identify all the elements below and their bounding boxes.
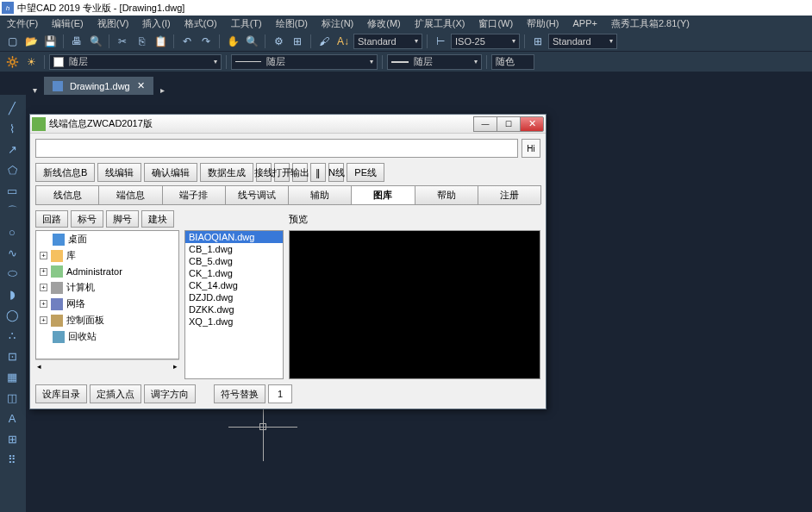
file-item[interactable]: CK_1.dwg: [185, 267, 283, 279]
donut-icon[interactable]: ◯: [2, 305, 22, 324]
open-icon[interactable]: 📂: [22, 33, 40, 50]
new-icon[interactable]: ▢: [3, 33, 21, 50]
adjust-text-dir-button[interactable]: 调字方向: [144, 384, 196, 403]
tab[interactable]: 辅助: [288, 185, 352, 204]
tablestyle-dropdown[interactable]: Standard▾: [548, 34, 617, 49]
tree-item[interactable]: +Administrator: [36, 264, 178, 279]
pline-icon[interactable]: ⌇: [2, 119, 22, 138]
tab[interactable]: 线信息: [35, 185, 99, 204]
tab-next-icon[interactable]: ▸: [153, 85, 172, 95]
linetype-dropdown[interactable]: 随层▾: [231, 54, 378, 70]
menu-item[interactable]: 文件(F): [0, 17, 45, 30]
menu-item[interactable]: 工具(T): [224, 17, 269, 30]
dialog-titlebar[interactable]: 线端信息ZWCAD2017版 — ☐ ✕: [30, 115, 546, 134]
circle-icon[interactable]: ○: [2, 222, 22, 241]
menu-item[interactable]: 帮助(H): [520, 17, 565, 30]
column-button[interactable]: 标号: [71, 210, 103, 228]
menu-item[interactable]: 扩展工具(X): [408, 17, 472, 30]
color-dropdown[interactable]: 随层▾: [49, 54, 222, 70]
minimize-button[interactable]: —: [473, 116, 497, 132]
ellipsearc-icon[interactable]: ◗: [2, 284, 22, 303]
redo-icon[interactable]: ↷: [197, 33, 215, 50]
folder-tree[interactable]: 桌面+库+Administrator+计算机+网络+控制面板回收站: [35, 230, 179, 359]
file-list[interactable]: BIAOQIAN.dwgCB_1.dwgCB_5.dwgCK_1.dwgCK_1…: [184, 230, 284, 379]
close-button[interactable]: ✕: [520, 116, 544, 132]
menu-item[interactable]: 格式(O): [178, 17, 224, 30]
paste-icon[interactable]: 📋: [152, 33, 169, 50]
block-icon[interactable]: ⊡: [2, 347, 22, 365]
action-button[interactable]: ‖: [310, 163, 326, 182]
menu-item[interactable]: 修改(M): [360, 17, 408, 30]
tab[interactable]: 注册: [478, 185, 541, 204]
menu-item[interactable]: 编辑(E): [45, 17, 91, 30]
maximize-button[interactable]: ☐: [497, 116, 521, 132]
menu-item[interactable]: 燕秀工具箱2.81(Y): [604, 17, 696, 30]
file-item[interactable]: DZJD.dwg: [185, 291, 283, 303]
ray-icon[interactable]: ↗: [2, 140, 22, 159]
tree-item[interactable]: +计算机: [36, 279, 178, 296]
arc-icon[interactable]: ⌒: [2, 202, 22, 221]
tree-item[interactable]: +库: [36, 247, 178, 264]
tab[interactable]: 图库: [351, 185, 415, 204]
column-button[interactable]: 建块: [141, 210, 174, 228]
rect-icon[interactable]: ▭: [2, 181, 22, 200]
set-lib-dir-button[interactable]: 设库目录: [35, 384, 87, 403]
spline-icon[interactable]: ∿: [2, 243, 22, 262]
number-input[interactable]: [268, 384, 292, 403]
search-input[interactable]: [35, 139, 518, 158]
set-insert-pt-button[interactable]: 定插入点: [90, 384, 141, 403]
tab[interactable]: 端信息: [98, 185, 162, 204]
hatch-icon[interactable]: ▦: [2, 367, 22, 386]
match-icon[interactable]: 🖌: [315, 33, 333, 50]
menu-item[interactable]: 视图(V): [91, 17, 136, 30]
save-icon[interactable]: 💾: [41, 33, 59, 50]
dim-icon[interactable]: A↓: [334, 33, 352, 50]
table-icon[interactable]: ⊞: [529, 33, 547, 50]
undo-icon[interactable]: ↶: [178, 33, 196, 50]
file-item[interactable]: CB_5.dwg: [185, 255, 283, 267]
tree-item[interactable]: 回收站: [36, 328, 178, 345]
action-button[interactable]: 数据生成: [200, 163, 253, 182]
table2-icon[interactable]: ⊞: [2, 429, 22, 448]
action-button[interactable]: 确认编辑: [144, 163, 197, 182]
layer-a-icon[interactable]: 🔆: [3, 53, 21, 71]
copy-icon[interactable]: ⎘: [133, 33, 150, 50]
tool2-icon[interactable]: ⊞: [289, 33, 306, 50]
tab[interactable]: 帮助: [415, 185, 478, 204]
menu-item[interactable]: 标注(N): [315, 17, 360, 30]
tree-item[interactable]: +控制面板: [36, 312, 178, 328]
layer-b-icon[interactable]: ☀: [22, 53, 40, 71]
region-icon[interactable]: ◫: [2, 388, 22, 407]
tab-dropdown-icon[interactable]: ▾: [26, 85, 44, 95]
symbol-replace-button[interactable]: 符号替换: [214, 384, 265, 403]
close-tab-icon[interactable]: ✕: [137, 80, 145, 91]
preview-icon[interactable]: 🔍: [87, 33, 104, 50]
action-button[interactable]: N线: [328, 163, 344, 182]
menu-item[interactable]: APP+: [565, 18, 603, 28]
point-icon[interactable]: ∴: [2, 326, 22, 345]
dimstyle-icon[interactable]: ⊢: [432, 33, 449, 50]
action-button[interactable]: 输出: [292, 163, 308, 182]
tree-scrollbar[interactable]: ◂▸: [35, 359, 179, 372]
textstyle-dropdown[interactable]: Standard▾: [353, 34, 422, 49]
file-item[interactable]: DZKK.dwg: [185, 303, 283, 315]
column-button[interactable]: 回路: [35, 210, 68, 228]
pan-icon[interactable]: ✋: [224, 33, 241, 50]
tab[interactable]: 线号调试: [225, 185, 289, 204]
action-button[interactable]: 打开: [274, 163, 290, 182]
action-button[interactable]: 新线信息B: [35, 163, 95, 182]
column-button[interactable]: 脚号: [106, 210, 139, 228]
tree-item[interactable]: +网络: [36, 296, 178, 312]
cut-icon[interactable]: ✂: [114, 33, 131, 50]
menu-item[interactable]: 绘图(D): [269, 17, 315, 30]
tree-item[interactable]: 桌面: [36, 231, 178, 247]
line-icon[interactable]: ╱: [2, 98, 22, 117]
plotstyle-dropdown[interactable]: 随色: [491, 54, 534, 70]
grid-icon[interactable]: ⠿: [2, 450, 22, 469]
menu-item[interactable]: 窗口(W): [472, 17, 520, 30]
action-button[interactable]: 接线: [256, 163, 272, 182]
hi-button[interactable]: Hi: [522, 139, 540, 158]
print-icon[interactable]: 🖶: [68, 33, 85, 50]
file-item[interactable]: XQ_1.dwg: [185, 315, 283, 328]
file-item[interactable]: CB_1.dwg: [185, 243, 283, 255]
